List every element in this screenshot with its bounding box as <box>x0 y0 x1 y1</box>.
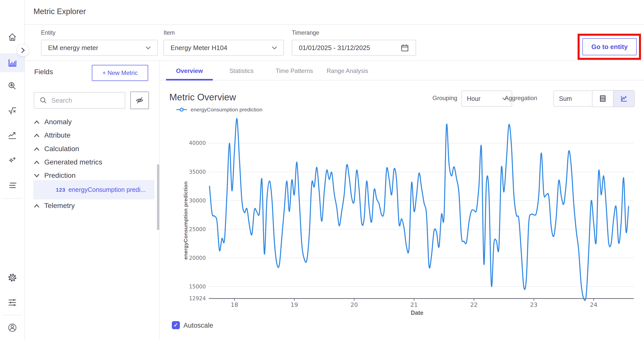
sidebar-divider <box>3 315 22 315</box>
table-view-button[interactable] <box>592 91 613 107</box>
divider <box>24 60 644 61</box>
eye-slash-icon <box>135 96 144 105</box>
tab-time-patterns[interactable]: Time Patterns <box>272 66 317 76</box>
panel-scrollbar[interactable] <box>157 164 159 230</box>
svg-text:21: 21 <box>410 302 418 308</box>
svg-text:25000: 25000 <box>189 226 206 232</box>
profile-icon <box>8 323 17 332</box>
sidebar-item-trends[interactable] <box>0 126 24 145</box>
chart-title: Metric Overview <box>169 92 236 103</box>
svg-text:20000: 20000 <box>189 255 206 261</box>
sidebar-collapse-button[interactable] <box>17 44 29 56</box>
page-title: Metric Explorer <box>33 7 86 16</box>
search-icon <box>40 97 47 104</box>
sliders-icon <box>8 298 17 307</box>
trend-icon <box>8 131 17 140</box>
tab-overview[interactable]: Overview <box>166 66 213 76</box>
svg-text:energyConsumption prediction: energyConsumption prediction <box>183 181 188 260</box>
svg-text:19: 19 <box>291 302 298 308</box>
svg-text:20: 20 <box>350 302 358 308</box>
autoscale-label: Autoscale <box>183 322 213 329</box>
chevron-down-icon <box>34 174 40 178</box>
bar-chart-icon <box>8 58 17 68</box>
chevron-up-icon <box>34 204 40 208</box>
field-group-calculation[interactable]: Calculation <box>34 142 154 156</box>
entity-select[interactable]: EM energy meter <box>41 40 158 56</box>
item-select[interactable]: Energy Meter H104 <box>164 40 284 56</box>
tab-statistics[interactable]: Statistics <box>219 66 264 76</box>
svg-text:Date: Date <box>411 310 423 316</box>
autoscale-checkbox[interactable]: ✓ <box>172 321 180 329</box>
svg-text:24: 24 <box>590 302 597 308</box>
line-chart-icon <box>620 94 628 103</box>
grouping-value: Hour <box>467 95 480 102</box>
table-icon <box>598 94 607 103</box>
grouping-label: Grouping <box>432 95 457 102</box>
metric-explorer-app: Metric Explorer <box>0 0 644 340</box>
chevron-right-icon <box>21 47 25 53</box>
sidebar-item-home[interactable] <box>0 28 24 47</box>
anomaly-search-icon <box>8 82 17 91</box>
sidebar-item-calculation[interactable] <box>0 102 24 120</box>
chevron-up-icon <box>34 160 40 164</box>
field-group-telemetry[interactable]: Telemetry <box>34 199 154 212</box>
chevron-down-icon <box>146 46 151 49</box>
aggregation-value: Sum <box>559 95 572 102</box>
list-icon <box>8 181 17 190</box>
toggle-hidden-fields-button[interactable] <box>130 92 149 109</box>
svg-text:22: 22 <box>470 302 477 308</box>
calendar-icon <box>400 44 409 52</box>
field-group-generated-metrics[interactable]: Generated metrics <box>34 155 154 169</box>
timerange-value: 01/01/2025 - 31/12/2025 <box>299 44 370 52</box>
sidebar-item-metrics[interactable] <box>0 53 24 72</box>
timerange-input[interactable]: 01/01/2025 - 31/12/2025 <box>292 40 416 56</box>
svg-text:35000: 35000 <box>189 169 206 175</box>
chevron-down-icon <box>272 46 277 49</box>
timerange-label: Timerange <box>292 29 319 36</box>
new-metric-button[interactable]: + New Metric <box>92 65 148 81</box>
tabs-divider <box>160 80 644 80</box>
gear-icon <box>8 273 17 282</box>
sparkles-icon <box>8 156 17 165</box>
selected-metric-row[interactable]: 123 energyConsumption predi... <box>33 180 154 199</box>
chart-view-button[interactable] <box>614 91 634 107</box>
field-group-attribute[interactable]: Attribute <box>34 129 154 142</box>
sidebar-item-ai[interactable] <box>0 152 24 170</box>
formula-icon <box>8 106 17 115</box>
field-search[interactable] <box>34 92 125 109</box>
chevron-up-icon <box>34 134 40 137</box>
search-input[interactable] <box>51 96 115 105</box>
entity-value: EM energy meter <box>48 44 98 52</box>
svg-text:15000: 15000 <box>189 284 206 290</box>
sidebar-item-anomaly[interactable] <box>0 77 24 96</box>
number-type-icon: 123 <box>56 187 65 193</box>
sidebar-item-lists[interactable] <box>0 176 24 195</box>
fields-panel-title: Fields <box>34 68 53 76</box>
item-label: Item <box>164 29 175 36</box>
sidebar-item-preferences[interactable] <box>0 293 24 312</box>
chevron-up-icon <box>34 147 40 151</box>
check-icon: ✓ <box>174 322 178 328</box>
aggregation-label: Aggregation <box>505 95 537 102</box>
selected-metric-label: energyConsumption predi... <box>68 186 146 193</box>
active-tab-indicator <box>166 79 213 80</box>
svg-text:18: 18 <box>231 302 238 308</box>
tab-range-analysis[interactable]: Range Analysis <box>325 66 370 76</box>
field-group-anomaly[interactable]: Anomaly <box>34 115 154 129</box>
metric-line-chart[interactable]: 1292415000200002500030000350004000018192… <box>161 108 644 319</box>
chevron-up-icon <box>34 120 40 124</box>
sidebar-item-settings[interactable] <box>0 268 24 287</box>
svg-text:30000: 30000 <box>189 198 206 204</box>
header <box>0 0 644 25</box>
panel-divider <box>159 61 160 340</box>
svg-text:23: 23 <box>530 302 537 308</box>
home-icon <box>8 33 17 42</box>
go-to-entity-button[interactable]: Go to entity <box>582 38 637 55</box>
sidebar-item-profile[interactable] <box>0 318 24 337</box>
sidebar-divider <box>3 198 22 199</box>
view-toggle-group <box>592 90 635 107</box>
entity-label: Entity <box>41 29 56 36</box>
svg-text:40000: 40000 <box>189 140 206 146</box>
item-value: Energy Meter H104 <box>171 44 227 52</box>
svg-text:12924: 12924 <box>189 295 206 302</box>
